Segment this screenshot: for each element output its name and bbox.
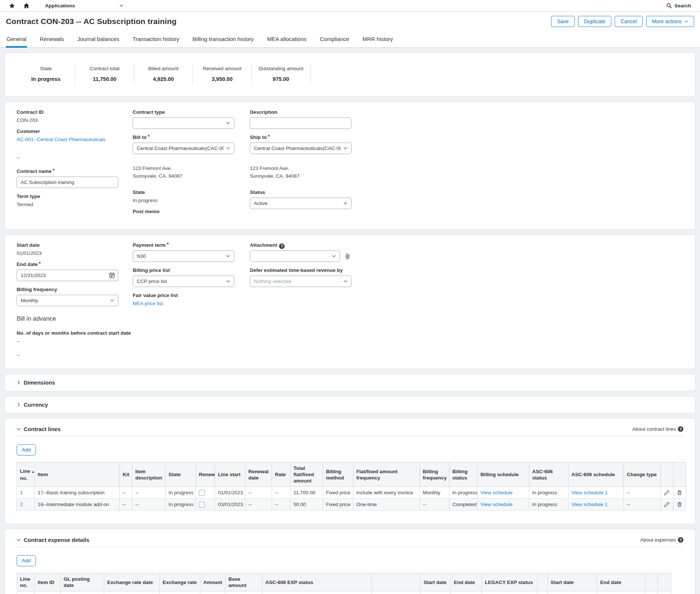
favorites-star-icon[interactable] [9, 3, 15, 9]
col-end-date[interactable]: End date [451, 573, 482, 591]
contract-type-select[interactable] [133, 117, 234, 129]
view-asc606-schedule-link[interactable]: View schedule 1 [571, 490, 608, 495]
add-expense-button[interactable]: Add [17, 555, 36, 566]
required-asterisk: * [148, 134, 150, 139]
fair-value-price-list-link[interactable]: MEA price list [133, 301, 163, 306]
col-rate[interactable]: Rate [272, 462, 290, 487]
view-billing-schedule-link[interactable]: View schedule [480, 502, 513, 507]
duplicate-button[interactable]: Duplicate [578, 16, 611, 27]
col-item-id[interactable]: Item ID [35, 573, 61, 591]
attachment-select[interactable] [250, 250, 340, 262]
paperclip-icon[interactable] [344, 253, 351, 260]
col-asc606-status[interactable]: ASC-606 status [529, 462, 568, 487]
col-legacy-start-date[interactable]: Start date [548, 573, 597, 591]
col-start-date[interactable]: Start date [421, 573, 451, 591]
end-date-input[interactable] [17, 270, 118, 281]
tab-transaction-history[interactable]: Transaction history [132, 33, 180, 48]
tab-renewals[interactable]: Renewals [39, 33, 65, 48]
about-contract-lines[interactable]: About contract lines [632, 426, 683, 432]
bill-in-advance-heading: Bill in advance [17, 315, 133, 322]
view-billing-schedule-link[interactable]: View schedule [480, 490, 513, 495]
customer-label: Customer [17, 129, 40, 134]
line-number-link[interactable]: 2 [20, 502, 23, 507]
bill-to-label: Bill to [133, 134, 147, 140]
chevron-right-icon [17, 403, 21, 407]
col-legacy-exp-status[interactable]: LEGACY EXP status [482, 573, 537, 591]
help-icon[interactable] [678, 426, 683, 432]
edit-pencil-icon[interactable] [664, 489, 670, 496]
status-select[interactable]: Active [250, 198, 351, 209]
help-icon[interactable] [279, 243, 285, 249]
defer-revenue-select[interactable]: Nothing selected [250, 276, 351, 287]
calendar-icon[interactable] [109, 272, 115, 278]
help-icon[interactable] [678, 537, 683, 543]
term-type-value: Termed [17, 202, 33, 207]
col-amount[interactable]: Amount [200, 573, 225, 591]
renew-checkbox[interactable] [199, 502, 205, 508]
col-line-no[interactable]: Line▲ no. [17, 462, 35, 487]
status-label: Status [250, 190, 265, 195]
col-billing-schedule[interactable]: Billing schedule [478, 462, 529, 487]
col-base-amount[interactable]: Base amount [225, 573, 262, 591]
col-renewal-date[interactable]: Renewal date [245, 462, 272, 487]
delete-trash-icon[interactable] [676, 501, 683, 508]
edit-pencil-icon[interactable] [664, 501, 670, 508]
dimensions-section-toggle[interactable]: Dimensions [17, 379, 683, 386]
col-billing-status[interactable]: Billing status [449, 462, 478, 487]
bill-to-value: Central Coast Pharmaceuticals(CAC-001) [137, 146, 224, 151]
billing-price-list-select[interactable]: CCP price list [133, 276, 234, 287]
col-item-description[interactable]: Item description [132, 462, 166, 487]
bill-to-select[interactable]: Central Coast Pharmaceuticals(CAC-001) [133, 143, 234, 154]
billing-frequency-select[interactable]: Monthly [17, 295, 118, 306]
contract-lines-section-toggle[interactable]: Contract lines [17, 426, 61, 432]
col-state[interactable]: State [166, 462, 196, 487]
col-renew[interactable]: Renew [196, 462, 215, 487]
col-asc606-exp-status[interactable]: ASC-606 EXP status [262, 573, 372, 591]
view-asc606-schedule-link[interactable]: View schedule 1 [571, 502, 608, 507]
tab-compliance[interactable]: Compliance [319, 33, 350, 48]
expense-section-toggle[interactable]: Contract expense details [17, 537, 89, 543]
state-value: In progress [133, 198, 158, 203]
applications-menu[interactable]: Applications [45, 3, 123, 8]
col-gl-posting-date[interactable]: GL posting date [61, 573, 104, 591]
billing-frequency-label: Billing frequency [17, 287, 57, 292]
payment-term-select[interactable]: N30 [133, 250, 234, 262]
customer-link[interactable]: AC-001--Central Coast Pharmaceuticals [17, 137, 106, 142]
days-before-value: -- [17, 338, 20, 344]
col-total-flat-fixed[interactable]: Total flat/fixed amount [290, 462, 323, 487]
col-exchange-rate-date[interactable]: Exchange rate date [104, 573, 160, 591]
col-flat-fixed-frequency[interactable]: Flat/fixed amount frequency [353, 462, 420, 487]
col-kit[interactable]: Kit [120, 462, 132, 487]
tab-billing-transaction-history[interactable]: Billing transaction history [192, 33, 255, 48]
col-item[interactable]: Item [35, 462, 120, 487]
renew-checkbox[interactable] [199, 490, 205, 496]
col-billing-frequency[interactable]: Billing frequency [420, 462, 449, 487]
tab-journal-balances[interactable]: Journal balances [77, 33, 120, 48]
more-actions-button[interactable]: More actions [646, 16, 694, 27]
about-expenses[interactable]: About expenses [640, 537, 683, 543]
save-button[interactable]: Save [551, 16, 575, 27]
tab-general[interactable]: General [6, 33, 27, 48]
col-line-start[interactable]: Line start [215, 462, 245, 487]
col-exchange-rate[interactable]: Exchange rate [160, 573, 200, 591]
col-legacy-end-date[interactable]: End date [597, 573, 645, 591]
description-input[interactable] [250, 117, 351, 129]
cancel-button[interactable]: Cancel [615, 16, 643, 27]
tab-mrr-history[interactable]: MRR history [362, 33, 394, 48]
bill-to-address-line2: Sunnyvale, CA, 94087 [133, 172, 250, 180]
defer-revenue-label: Defer estimated time-based revenue by [250, 267, 343, 273]
ship-to-select[interactable]: Central Coast Pharmaceuticals(CAC-001) [250, 143, 351, 154]
home-icon[interactable] [23, 3, 30, 9]
currency-section-toggle[interactable]: Currency [17, 402, 683, 408]
col-asc606-schedule[interactable]: ASC-606 schedule [568, 462, 624, 487]
col-line-no[interactable]: Line no. [17, 573, 35, 591]
line-number-link[interactable]: 1 [20, 490, 23, 495]
global-search[interactable]: Search [666, 3, 691, 8]
delete-trash-icon[interactable] [676, 489, 683, 496]
tab-mea-allocations[interactable]: MEA allocations [266, 33, 307, 48]
add-contract-line-button[interactable]: Add [17, 444, 36, 455]
col-billing-method[interactable]: Billing method [323, 462, 353, 487]
contract-name-input[interactable] [17, 177, 118, 188]
cell-renewal-date: -- [245, 487, 272, 499]
col-change-type[interactable]: Change type [624, 462, 661, 487]
